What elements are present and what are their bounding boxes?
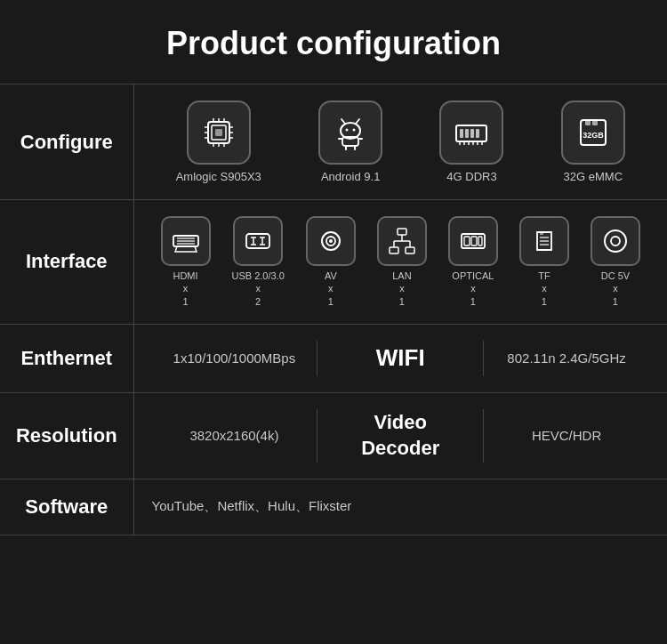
hdmi-icon-box [161,216,211,266]
svg-rect-29 [476,129,479,138]
interface-label: Interface [0,200,133,325]
software-label: Software [0,479,133,535]
ram-label: 4G DDR3 [446,170,496,183]
chip-icon [199,113,238,152]
svg-rect-44 [246,234,269,248]
interface-item-tf: TFx1 [519,216,569,308]
svg-rect-26 [460,129,463,138]
optical-icon-box [448,216,498,266]
hdmi-icon [170,225,202,257]
lan-icon [386,225,418,257]
usb-icon-box [233,216,283,266]
svg-rect-37 [585,120,591,125]
ram-icon-box [439,101,503,165]
av-icon-box [306,216,356,266]
ethernet-content: 1x10/100/1000MBps WIFI 802.11n 2.4G/5GHz [133,324,667,392]
wifi-spec: 802.11n 2.4G/5GHz [484,350,649,366]
emmc-icon: 32GB [574,113,613,152]
interface-content: HDMIx1 US [133,200,667,325]
svg-rect-58 [478,237,482,246]
resolution-value: 3820x2160(4k) [152,428,317,443]
interface-icons: HDMIx1 US [152,216,650,308]
emmc-label: 32G eMMC [564,170,623,183]
svg-rect-38 [592,120,598,125]
usb-label: USB 2.0/3.0x2 [232,270,285,308]
svg-rect-49 [390,247,398,254]
configure-row: Configure [0,85,667,200]
configure-item-chip: Amlogic S905X3 [176,101,261,183]
ethernet-label: Enthernet [0,324,133,392]
usb-icon [242,225,274,257]
svg-point-63 [605,230,626,252]
av-label: AVx1 [325,270,337,308]
interface-item-dc: DC 5Vx1 [591,216,640,308]
configure-icons: Amlogic S905X3 [152,101,650,183]
chip-icon-box [187,101,251,165]
svg-rect-14 [215,129,222,136]
configure-item-emmc: 32GB 32G eMMC [561,101,625,183]
lan-label: LANx1 [392,270,411,308]
ethernet-row: Enthernet 1x10/100/1000MBps WIFI 802.11n… [0,324,667,392]
interface-item-av: AVx1 [306,216,356,308]
svg-rect-28 [470,129,474,138]
ram-icon [452,113,491,152]
svg-line-19 [356,119,359,124]
av-icon [315,225,347,257]
decoder-value: HEVC/HDR [484,428,649,443]
svg-rect-56 [464,237,470,246]
dc-icon-box [591,216,640,266]
configure-item-android: Android 9.1 [318,101,382,183]
page-title: Product configuration [0,0,667,84]
svg-rect-48 [398,229,406,235]
svg-line-18 [342,119,345,124]
interface-item-usb: USB 2.0/3.0x2 [232,216,285,308]
svg-rect-27 [465,129,469,138]
video-decoder-label: VideoDecoder [317,410,483,461]
optical-label: OPTICALx1 [452,270,494,308]
chip-label: Amlogic S905X3 [176,170,261,183]
resolution-label: Resolution [0,392,133,479]
interface-row: Interface HDMIx1 [0,200,667,325]
svg-rect-62 [540,232,543,235]
svg-point-16 [346,129,349,132]
software-content: YouTube、Netflix、Hulu、Flixster [133,479,667,535]
svg-point-17 [353,129,356,132]
configure-content: Amlogic S905X3 [133,85,667,200]
resolution-content: 3820x2160(4k) VideoDecoder HEVC/HDR [133,392,667,479]
hdmi-label: HDMIx1 [173,270,197,308]
interface-item-hdmi: HDMIx1 [161,216,211,308]
interface-item-lan: LANx1 [377,216,427,308]
emmc-icon-box: 32GB [561,101,625,165]
resolution-row: Resolution 3820x2160(4k) VideoDecoder HE… [0,392,667,479]
ethernet-speed: 1x10/100/1000MBps [152,350,317,366]
svg-rect-50 [406,247,414,254]
lan-icon-box [377,216,427,266]
tf-label: TFx1 [538,270,550,308]
tf-icon-box [519,216,569,266]
svg-point-47 [329,239,333,243]
configure-label: Configure [0,85,133,200]
resolution-details: 3820x2160(4k) VideoDecoder HEVC/HDR [152,409,650,463]
optical-icon [457,225,489,257]
android-icon [331,113,370,152]
svg-point-64 [611,237,620,246]
android-label: Android 9.1 [321,170,381,183]
interface-item-optical: OPTICALx1 [448,216,498,308]
android-icon-box [318,101,382,165]
wifi-label: WIFI [317,344,483,372]
dc-label: DC 5Vx1 [601,270,630,308]
dc-icon [599,225,631,257]
tf-icon [528,225,560,257]
config-table: Configure [0,84,667,535]
svg-rect-57 [471,237,477,246]
svg-text:32GB: 32GB [583,131,604,140]
configure-item-ram: 4G DDR3 [439,101,503,183]
ethernet-details: 1x10/100/1000MBps WIFI 802.11n 2.4G/5GHz [152,341,650,376]
software-row: Software YouTube、Netflix、Hulu、Flixster [0,479,667,535]
